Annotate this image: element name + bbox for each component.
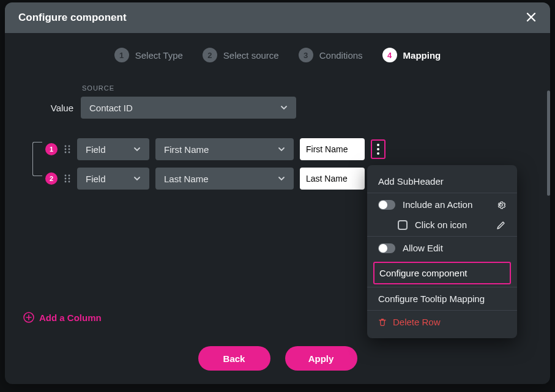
svg-point-13 (65, 181, 67, 183)
svg-point-2 (65, 149, 67, 150)
row-type-value: Field (86, 174, 106, 184)
row-bracket (32, 142, 42, 176)
step-tabs: 1 Select Type 2 Select source 3 Conditio… (5, 48, 550, 62)
row-type-select[interactable]: Field (77, 138, 149, 160)
menu-include-action[interactable]: Include an Action (367, 193, 517, 216)
trash-icon (378, 318, 387, 327)
drag-handle-icon[interactable] (64, 174, 71, 183)
row-source-select[interactable]: First Name (155, 138, 294, 160)
back-button[interactable]: Back (198, 346, 270, 371)
step-number: 1 (114, 48, 129, 62)
menu-delete-row[interactable]: Delete Row (367, 310, 517, 333)
pencil-icon[interactable] (496, 220, 506, 230)
chevron-down-icon (133, 146, 141, 153)
add-column-label: Add a Column (39, 312, 102, 323)
svg-point-11 (65, 178, 67, 180)
allow-edit-toggle[interactable] (378, 243, 395, 253)
click-on-icon-checkbox[interactable] (398, 220, 408, 230)
row-context-menu: Add SubHeader Include an Action Click on… (367, 165, 517, 338)
row-source-value: First Name (164, 144, 209, 155)
svg-point-3 (69, 149, 70, 150)
include-action-toggle[interactable] (378, 200, 395, 210)
row-display-input[interactable] (300, 138, 365, 160)
menu-configure-component[interactable]: Configure component (373, 262, 511, 284)
mapping-row: 1 Field First Name (45, 138, 532, 160)
value-selected: Contact ID (89, 103, 133, 113)
value-label: Value (23, 103, 73, 113)
apply-button[interactable]: Apply (285, 346, 357, 371)
chevron-down-icon (280, 104, 288, 111)
svg-point-5 (69, 152, 70, 153)
step-conditions[interactable]: 3 Conditions (299, 48, 363, 62)
svg-point-1 (69, 146, 70, 147)
kebab-icon (377, 144, 379, 155)
svg-point-7 (377, 148, 379, 150)
row-badge: 1 (45, 143, 58, 155)
close-icon (526, 12, 537, 23)
row-display-input[interactable] (300, 168, 365, 190)
step-number: 2 (203, 48, 217, 62)
close-button[interactable] (523, 9, 539, 27)
row-type-value: Field (86, 144, 106, 155)
gear-icon[interactable] (496, 200, 506, 210)
chevron-down-icon (278, 175, 285, 182)
drag-handle-icon[interactable] (64, 144, 71, 154)
scrollbar[interactable] (547, 91, 550, 196)
menu-configure-tooltip[interactable]: Configure Tooltip Mapping (367, 287, 517, 310)
value-select[interactable]: Contact ID (81, 97, 296, 119)
svg-point-9 (65, 175, 67, 177)
step-number: 3 (299, 48, 313, 62)
step-label: Mapping (403, 50, 441, 61)
svg-point-12 (69, 178, 70, 180)
svg-point-14 (69, 181, 70, 183)
step-number: 4 (382, 48, 397, 62)
step-label: Conditions (319, 50, 363, 61)
svg-point-6 (377, 144, 379, 146)
svg-point-0 (65, 146, 67, 147)
modal-title: Configure component (18, 12, 523, 24)
chevron-down-icon (133, 175, 141, 182)
step-mapping[interactable]: 4 Mapping (382, 48, 441, 62)
plus-circle-icon (23, 312, 34, 323)
svg-point-8 (377, 152, 379, 155)
row-type-select[interactable]: Field (77, 168, 149, 190)
step-label: Select source (223, 50, 279, 61)
source-heading: SOURCE (82, 84, 532, 92)
step-select-source[interactable]: 2 Select source (203, 48, 279, 62)
row-badge: 2 (45, 172, 58, 185)
add-column-button[interactable]: Add a Column (23, 312, 102, 323)
row-source-value: Last Name (164, 174, 209, 184)
svg-point-10 (69, 175, 70, 177)
svg-point-4 (65, 152, 67, 153)
menu-add-subheader[interactable]: Add SubHeader (367, 170, 517, 193)
row-source-select[interactable]: Last Name (155, 168, 294, 190)
chevron-down-icon (278, 146, 285, 153)
menu-allow-edit[interactable]: Allow Edit (367, 236, 517, 259)
step-select-type[interactable]: 1 Select Type (114, 48, 183, 62)
row-menu-button[interactable] (371, 139, 386, 159)
step-label: Select Type (135, 50, 183, 61)
menu-click-on-icon[interactable]: Click on icon (367, 216, 517, 236)
